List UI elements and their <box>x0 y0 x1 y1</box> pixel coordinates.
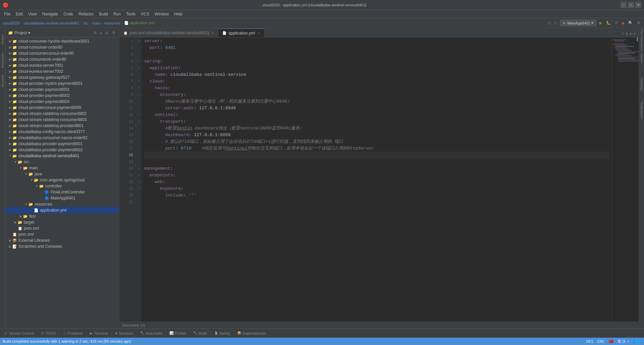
tab-pom-xml[interactable]: 📋 pom.xml (cloudalibaba-sentinel-service… <box>119 28 218 37</box>
tree-item-sentinel8401[interactable]: ▼ 📂 cloudalibaba-sentinel-service8401 <box>5 153 119 159</box>
breadcrumb-main[interactable]: main <box>92 21 100 25</box>
fold-4[interactable]: ▾ <box>136 58 142 64</box>
fold-12[interactable]: ▾ <box>136 111 142 118</box>
tree-item-package[interactable]: ▼ 📂 com.angenin.springcloud <box>5 177 119 183</box>
right-icon-maven[interactable]: Maven <box>639 54 644 77</box>
menu-edit[interactable]: Edit <box>13 11 25 17</box>
tree-item-src[interactable]: ▼ 📂 src <box>5 159 119 165</box>
tree-item-nacos-order83[interactable]: ▶ 📁 cloudalibaba-consumer-nacos-order83 <box>5 135 119 141</box>
fold-23[interactable]: ▾ <box>136 185 142 192</box>
tree-item-payment8001[interactable]: ▶ 📁 cloud-provider-payment8001 <box>5 87 119 93</box>
fold-20[interactable]: ▾ <box>136 165 142 172</box>
tree-item-rabbit8802[interactable]: ▶ 📁 cloud-stream-rabbitmq-consumer8802 <box>5 111 119 117</box>
right-icon-database[interactable]: Database <box>639 78 644 101</box>
tree-item-rabbit8801[interactable]: ▶ 📁 cloud-stream-rabbitmq-provider8801 <box>5 123 119 129</box>
bottom-tab-profiler[interactable]: 📊 Profiler <box>166 329 190 338</box>
fold-13[interactable]: ▾ <box>136 118 142 125</box>
fold-5[interactable]: ▾ <box>136 64 142 71</box>
collapse-all-button[interactable]: ⊖ <box>93 30 98 35</box>
left-icon-project[interactable]: Project <box>0 30 5 50</box>
locate-file-button[interactable]: ◎ <box>104 30 110 35</box>
tree-item-payment8002[interactable]: ▶ 📁 cloud-provider-payment8002 <box>5 93 119 99</box>
expand-all-button[interactable]: ≡ <box>99 30 103 35</box>
breadcrumb-resources[interactable]: resources <box>104 21 120 25</box>
toolbar-forward[interactable]: ▷ <box>553 20 558 25</box>
fold-9[interactable]: ▾ <box>136 91 142 98</box>
menu-view[interactable]: View <box>25 11 40 17</box>
fold-7[interactable]: ▾ <box>136 78 142 84</box>
breadcrumb-src[interactable]: src <box>83 21 88 25</box>
tree-item-eureka7001[interactable]: ▶ 📁 cloud-eureka-server7001 <box>5 62 119 68</box>
tree-item-rabbit8803[interactable]: ▶ 📁 cloud-stream-rabbitmq-consumer8803 <box>5 117 119 123</box>
breadcrumb-module[interactable]: cloudalibaba-sentinel-service8401 <box>23 21 79 25</box>
menu-build[interactable]: Build <box>96 11 111 17</box>
run-button[interactable]: ▶ <box>598 20 603 25</box>
search-button[interactable]: 🔍 <box>627 20 634 25</box>
tree-item-external-libs[interactable]: ▶ 📦 External Libraries <box>5 237 119 243</box>
bottom-tab-spring[interactable]: 🍃 Spring <box>211 329 234 338</box>
menu-code[interactable]: Code <box>61 11 76 17</box>
tab-yaml-close[interactable]: ✕ <box>257 31 260 35</box>
toolbar-back[interactable]: ◁ <box>547 20 551 25</box>
minimize-button[interactable]: ─ <box>621 2 627 8</box>
minimap-scrollbar[interactable]: ▐ <box>636 38 638 41</box>
tree-item-eureka7002[interactable]: ▶ 📁 cloud-eureka-server7002 <box>5 68 119 74</box>
tree-item-controller[interactable]: ▼ 📂 controller <box>5 183 119 189</box>
menu-help[interactable]: Help <box>171 11 185 17</box>
bottom-tab-auto-build[interactable]: 🔨 Auto-build <box>137 329 166 338</box>
fold-22[interactable]: ▾ <box>136 178 142 185</box>
tree-item-scratches[interactable]: ▶ 📝 Scratches and Consoles <box>5 243 119 249</box>
bottom-tab-todo[interactable]: ☑ TODO <box>38 329 60 338</box>
tree-item-consumer-hystrix[interactable]: ▶ 📁 cloud-consumer-hystrix-dashboard3001 <box>5 38 119 44</box>
tree-item-consumerconsul[interactable]: ▶ 📁 cloud-consumerconsul-order80 <box>5 50 119 56</box>
menu-navigate[interactable]: Navigate <box>40 11 61 17</box>
left-icon-bookmarks[interactable]: Bookmarks <box>0 50 5 70</box>
tree-item-main-app[interactable]: 🔵 MainApp8401 <box>5 195 119 201</box>
tree-item-pom-root[interactable]: 📋 pom.xml <box>5 231 119 237</box>
fold-1[interactable]: ▾ <box>136 38 142 44</box>
breadcrumb-cloud2020[interactable]: cloud2020 <box>3 21 20 25</box>
run-config[interactable]: ▶ MainApp8401 ▾ <box>560 20 596 26</box>
tree-item-application-yml[interactable]: 📄 application.yml <box>5 207 119 213</box>
tree-item-payment9002[interactable]: ▶ 📁 cloudalibaba-provider-payment9002 <box>5 147 119 153</box>
menu-window[interactable]: Window <box>152 11 172 17</box>
tree-item-pom-inner[interactable]: 📋 pom.xml <box>5 225 119 231</box>
bottom-tab-build[interactable]: 🔨 Build <box>190 329 210 338</box>
menu-refactor[interactable]: Refactor <box>76 11 96 17</box>
left-icon-structure[interactable]: Structure <box>0 71 5 91</box>
tree-item-nacos3377[interactable]: ▶ 📁 cloudalibaba-config-nacos-client3377 <box>5 129 119 135</box>
debug-button[interactable]: 🐛 <box>605 20 612 25</box>
maximize-button[interactable]: □ <box>628 2 634 8</box>
tree-item-main[interactable]: ▼ 📂 main <box>5 165 119 171</box>
menu-tools[interactable]: Tools <box>123 11 138 17</box>
right-icon-notifications[interactable]: Notifications <box>639 102 644 125</box>
tree-item-gateway[interactable]: ▶ 📁 cloud-gateway-gateway9527 <box>5 74 119 80</box>
tree-item-consul-payment[interactable]: ▶ 📁 cloud-providerconsul-payment8006 <box>5 105 119 111</box>
tab-pom-close[interactable]: ✕ <box>211 31 214 35</box>
bottom-tab-terminal[interactable]: ▶ Terminal <box>87 329 112 338</box>
tree-item-payment8004[interactable]: ▶ 📁 cloud-provider-payment8004 <box>5 99 119 105</box>
menu-vcs[interactable]: VCS <box>138 11 152 17</box>
refresh-button[interactable]: ↺ <box>614 20 619 25</box>
menu-run[interactable]: Run <box>111 11 123 17</box>
tree-item-test[interactable]: ▶ 📂 test <box>5 213 119 219</box>
project-dropdown[interactable]: ▾ <box>28 31 30 35</box>
tree-item-payment9001[interactable]: ▶ 📁 cloudalibaba-provider-payment9001 <box>5 141 119 147</box>
tree-item-java[interactable]: ▼ 📂 java <box>5 171 119 177</box>
tree-item-consumer-order80[interactable]: ▶ 📁 cloud-consumer-order80 <box>5 44 119 50</box>
bottom-tab-problems[interactable]: ⚠ Problems <box>60 329 87 338</box>
settings-button[interactable]: ⚙ <box>636 20 641 25</box>
menu-file[interactable]: File <box>1 11 13 17</box>
code-editor[interactable]: server: port: 8401 spring: application: … <box>142 38 612 322</box>
tree-item-target[interactable]: ▶ 📂 target <box>5 219 119 225</box>
right-icon-key-promoter[interactable]: Key Promoter X <box>639 30 644 53</box>
bottom-tab-services[interactable]: ◈ Services <box>112 329 137 338</box>
stop-button[interactable]: ■ <box>621 21 625 25</box>
tree-item-consumerzk[interactable]: ▶ 📁 cloud-consumerzk-order80 <box>5 56 119 62</box>
bottom-tab-version-control[interactable]: ⎇ Version Control <box>0 329 38 338</box>
tab-application-yml[interactable]: 📄 application.yml ✕ <box>218 28 264 37</box>
bottom-tab-dependencies[interactable]: 📦 Dependencies <box>234 329 270 338</box>
tree-item-resources[interactable]: ▼ 📂 resources <box>5 201 119 207</box>
close-button[interactable]: ✕ <box>635 2 641 8</box>
tree-item-hystrix-payment[interactable]: ▶ 📁 cloud-provider-hystrix-payment8001 <box>5 80 119 87</box>
